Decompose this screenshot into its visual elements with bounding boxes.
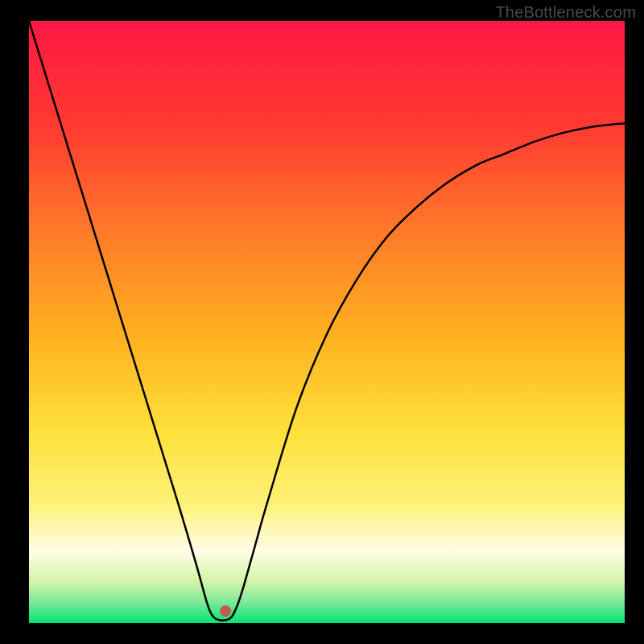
bottleneck-plot <box>0 0 644 644</box>
chart-frame: TheBottleneck.com <box>0 0 644 644</box>
watermark-text: TheBottleneck.com <box>495 3 636 22</box>
optimal-point-marker <box>220 605 231 617</box>
plot-background <box>29 21 625 623</box>
